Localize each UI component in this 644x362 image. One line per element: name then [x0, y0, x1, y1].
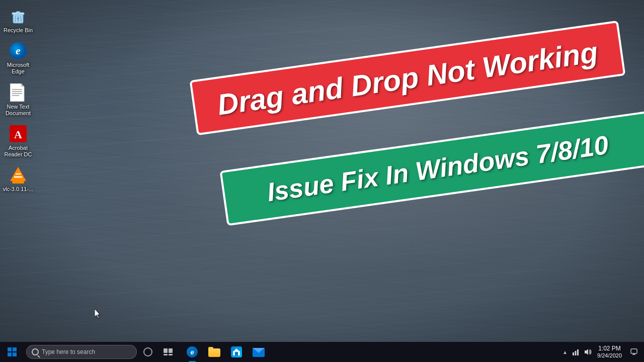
desktop-icon-recycle-bin[interactable]: Recycle Bin [0, 4, 36, 37]
tray-network-icon[interactable] [570, 342, 581, 362]
svg-rect-27 [235, 352, 238, 355]
banner-top-text: Drag and Drop Not Working [215, 35, 600, 121]
svg-line-5 [21, 16, 21, 22]
desktop-icons: Recycle Bin e Microsoft Edge [0, 0, 40, 200]
svg-text:e: e [16, 44, 21, 57]
system-tray: ▲ 1:02 PM 9/24/202 [558, 342, 644, 362]
svg-marker-9 [21, 83, 24, 86]
taskbar-edge-icon: e [187, 346, 198, 357]
svg-rect-36 [631, 349, 637, 353]
mouse-cursor [95, 309, 103, 319]
recycle-bin-icon [9, 7, 27, 25]
tray-expand-button[interactable]: ▲ [560, 342, 570, 362]
desktop-icon-acrobat[interactable]: A AcrobatReader DC [0, 122, 36, 161]
tray-volume-icon[interactable] [582, 342, 593, 362]
banner-bottom-text: Issue Fix In Windows 7/8/10 [265, 130, 610, 208]
search-placeholder: Type here to search [42, 348, 95, 355]
recycle-bin-label: Recycle Bin [4, 27, 33, 34]
taskbar: Type here to search e [0, 342, 644, 362]
desktop-icon-edge[interactable]: e Microsoft Edge [0, 39, 36, 78]
clock-time: 1:02 PM [598, 345, 621, 352]
acrobat-label: AcrobatReader DC [4, 145, 32, 158]
taskview-button[interactable] [157, 342, 179, 362]
text-doc-label: New TextDocument [6, 104, 31, 117]
taskbar-mail[interactable] [248, 342, 270, 362]
cortana-button[interactable] [139, 342, 157, 362]
notification-button[interactable] [626, 342, 642, 362]
banners-container: Drag and Drop Not Working Issue Fix In W… [161, 40, 614, 282]
svg-rect-24 [169, 354, 173, 355]
svg-rect-21 [164, 348, 168, 353]
banner-top: Drag and Drop Not Working [190, 21, 626, 136]
taskbar-mail-icon [253, 347, 265, 357]
vlc-icon [9, 166, 27, 184]
svg-rect-33 [575, 351, 577, 355]
taskbar-folder-icon [208, 347, 220, 357]
svg-rect-22 [169, 348, 173, 353]
edge-label: Microsoft Edge [2, 62, 34, 75]
taskbar-pinned-apps: e [181, 342, 270, 362]
svg-rect-19 [12, 181, 24, 184]
desktop: Recycle Bin e Microsoft Edge [0, 0, 644, 342]
svg-marker-26 [234, 348, 239, 351]
edge-icon: e [9, 42, 27, 60]
vignette [0, 0, 644, 342]
banner-bottom: Issue Fix In Windows 7/8/10 [220, 111, 644, 226]
taskbar-store-icon [231, 346, 242, 357]
system-clock[interactable]: 1:02 PM 9/24/2020 [593, 342, 626, 362]
start-button[interactable] [0, 342, 24, 362]
text-document-icon [9, 83, 27, 102]
taskbar-file-explorer[interactable] [203, 342, 225, 362]
acrobat-icon: A [9, 125, 27, 143]
svg-marker-35 [585, 349, 588, 355]
svg-marker-20 [95, 309, 100, 318]
desktop-icon-vlc[interactable]: vlc-3.0.11-... [0, 163, 36, 196]
clock-date: 9/24/2020 [597, 352, 622, 359]
svg-text:A: A [14, 128, 22, 141]
wallpaper-texture [0, 0, 644, 342]
search-icon [32, 348, 39, 355]
taskbar-store[interactable] [225, 342, 248, 362]
svg-line-3 [15, 16, 16, 22]
vlc-label: vlc-3.0.11-... [3, 186, 34, 193]
svg-rect-2 [16, 12, 20, 13]
svg-rect-32 [573, 352, 574, 355]
taskbar-edge[interactable]: e [181, 342, 203, 362]
taskview-icon [164, 348, 173, 355]
svg-rect-34 [577, 349, 579, 355]
desktop-icon-text-doc[interactable]: New TextDocument [0, 80, 36, 120]
taskbar-search[interactable]: Type here to search [26, 345, 137, 359]
cortana-icon [143, 347, 152, 356]
tray-icons [570, 342, 593, 362]
windows-logo [8, 347, 17, 356]
svg-rect-23 [164, 354, 168, 355]
